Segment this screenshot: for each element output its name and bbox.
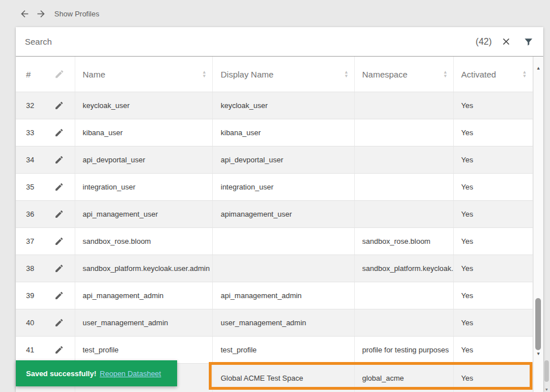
pencil-icon[interactable]: [54, 128, 64, 137]
pencil-icon[interactable]: [54, 209, 64, 219]
cell-activated: Yes: [454, 228, 533, 255]
cell-display-name: api_devportal_user: [213, 147, 355, 173]
edit-button[interactable]: [50, 255, 75, 282]
cell-display-name: [213, 255, 355, 282]
cell-name: user_management_admin: [75, 309, 213, 336]
table-row[interactable]: 40 user_management_admin user_management…: [16, 309, 543, 337]
row-number: 32: [16, 92, 50, 119]
edit-button[interactable]: [50, 92, 75, 119]
window-scrollbar[interactable]: ▼: [543, 0, 550, 392]
row-number: 39: [16, 282, 50, 309]
scrollbar-thumb[interactable]: [535, 298, 541, 350]
table-row[interactable]: 34 api_devportal_user api_devportal_user…: [16, 147, 543, 174]
table-row[interactable]: 39 api_management_admin api_management_a…: [16, 282, 543, 309]
pencil-icon: [54, 69, 65, 79]
cell-namespace: [355, 119, 454, 146]
col-header-namespace[interactable]: Namespace ▲▼: [355, 57, 454, 92]
reopen-datasheet-link[interactable]: Reopen Datasheet: [100, 369, 161, 378]
edit-button[interactable]: [50, 282, 75, 309]
cell-activated: Yes: [454, 337, 533, 363]
edit-button[interactable]: [50, 228, 75, 255]
table-row[interactable]: 41 test_profile test_profile profile for…: [16, 337, 543, 364]
cell-namespace: [355, 309, 454, 336]
cell-activated: Yes: [454, 92, 533, 119]
profiles-table: # Name ▲▼ Display Name ▲▼ Namespace ▲▼ A…: [16, 57, 543, 392]
pencil-icon[interactable]: [54, 182, 64, 192]
table-header-row: # Name ▲▼ Display Name ▲▼ Namespace ▲▼ A…: [16, 57, 543, 92]
table-row[interactable]: 35 integration_user integration_user Yes: [16, 174, 543, 201]
edit-button[interactable]: [50, 201, 75, 227]
back-arrow-icon[interactable]: [19, 8, 30, 19]
clear-search-icon[interactable]: [501, 36, 512, 47]
cell-display-name: apimanagement_user: [213, 201, 355, 227]
table-row[interactable]: 33 kibana_user kibana_user Yes: [16, 119, 543, 147]
cell-display-name: api_management_admin: [213, 282, 355, 309]
table-row[interactable]: 36 api_management_user apimanagement_use…: [16, 201, 543, 228]
edit-button[interactable]: [50, 147, 75, 173]
pencil-icon[interactable]: [54, 345, 64, 355]
cell-display-name: test_profile: [213, 337, 355, 363]
pencil-icon[interactable]: [54, 236, 64, 246]
cell-activated: Yes: [454, 174, 533, 200]
cell-display-name: [213, 228, 355, 255]
edit-button[interactable]: [50, 309, 75, 336]
sort-icon[interactable]: ▲▼: [344, 70, 349, 78]
row-number: 35: [16, 174, 50, 200]
row-number: 38: [16, 255, 50, 282]
cell-namespace: [355, 92, 454, 119]
cell-name: api_devportal_user: [75, 147, 213, 173]
cell-namespace: profile for testing purposes: [355, 337, 454, 363]
cell-name: sandbox_rose.bloom: [75, 228, 213, 255]
cell-name: kibana_user: [75, 119, 213, 146]
edit-button[interactable]: [50, 119, 75, 146]
row-number: 37: [16, 228, 50, 255]
toast-saved: Saved successfully! Reopen Datasheet: [16, 360, 177, 386]
profiles-panel: (42) # Name ▲▼ Display Name ▲▼ Namespace…: [16, 27, 543, 392]
col-header-number: #: [16, 57, 50, 92]
pencil-icon[interactable]: [54, 264, 64, 273]
table-row[interactable]: 37 sandbox_rose.bloom sandbox_rose.bloom…: [16, 228, 543, 255]
row-number: 34: [16, 147, 50, 173]
cell-activated: Yes: [454, 255, 533, 282]
table-row[interactable]: 38 sandbox_platform.keycloak.user.admin …: [16, 255, 543, 282]
cell-namespace: [355, 174, 454, 200]
cell-name: api_management_admin: [75, 282, 213, 309]
col-header-display-name[interactable]: Display Name ▲▼: [213, 57, 355, 92]
search-input[interactable]: [25, 37, 476, 46]
table-body: 32 keycloak_user keycloak_user Yes 33 ki…: [16, 92, 543, 392]
row-number: 41: [16, 337, 50, 363]
table-scrollbar[interactable]: ▲ ▼: [533, 57, 543, 392]
col-header-edit: [50, 57, 75, 92]
sort-icon[interactable]: ▲▼: [202, 70, 207, 78]
result-count: (42): [476, 37, 492, 47]
pencil-icon[interactable]: [54, 155, 64, 165]
cell-display-name: keycloak_user: [213, 92, 355, 119]
scroll-up-arrow-icon[interactable]: ▲: [534, 66, 543, 71]
pencil-icon[interactable]: [54, 318, 64, 328]
cell-activated: Yes: [454, 364, 533, 392]
filter-icon[interactable]: [523, 36, 534, 48]
forward-arrow-icon[interactable]: [36, 8, 46, 19]
cell-display-name: integration_user: [213, 174, 355, 200]
col-header-activated[interactable]: Activated ▲▼: [454, 57, 533, 92]
cell-namespace: [355, 201, 454, 227]
cell-name: test_profile: [75, 337, 213, 363]
sort-icon[interactable]: ▲▼: [443, 70, 448, 78]
pencil-icon[interactable]: [54, 291, 64, 300]
col-header-name[interactable]: Name ▲▼: [75, 57, 213, 92]
top-bar: Show Profiles: [0, 0, 550, 27]
row-number: 33: [16, 119, 50, 146]
window-scrollbar-thumb[interactable]: [544, 360, 549, 382]
cell-name: integration_user: [75, 174, 213, 200]
edit-button[interactable]: [50, 337, 75, 363]
edit-button[interactable]: [50, 174, 75, 200]
cell-name: sandbox_platform.keycloak.user.admin: [75, 255, 213, 282]
scroll-down-arrow-icon[interactable]: ▼: [534, 351, 543, 356]
cell-activated: Yes: [454, 147, 533, 173]
row-number: 40: [16, 309, 50, 336]
window-scroll-down-arrow-icon[interactable]: ▼: [543, 387, 550, 391]
table-row[interactable]: 32 keycloak_user keycloak_user Yes: [16, 92, 543, 119]
cell-namespace: [355, 147, 454, 173]
sort-icon[interactable]: ▲▼: [522, 70, 527, 78]
pencil-icon[interactable]: [54, 101, 64, 110]
